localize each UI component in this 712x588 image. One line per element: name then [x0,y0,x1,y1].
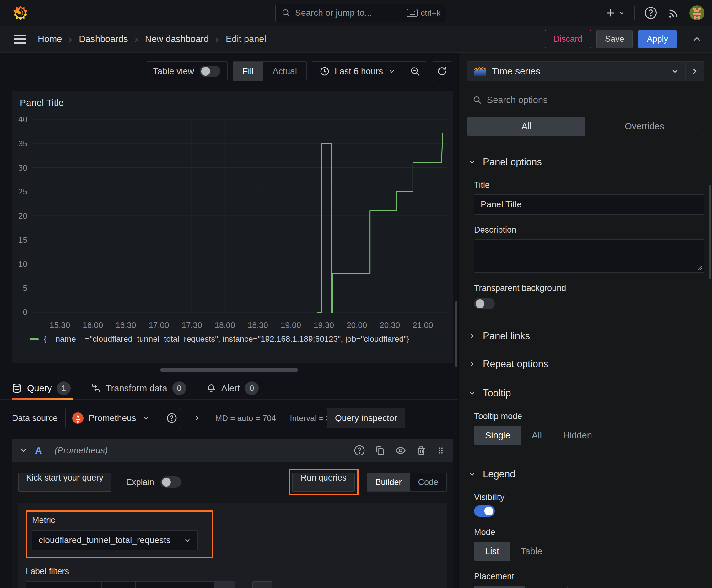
legend-mode-switch: List Table [474,542,553,561]
tab-all-options[interactable]: All [468,117,585,136]
builder-option[interactable]: Builder [367,473,410,491]
options-scrollbar[interactable] [709,185,711,279]
placement-bottom-option[interactable]: Bottom [474,586,524,588]
breadcrumb-dashboards[interactable]: Dashboards [79,34,128,44]
tab-alert[interactable]: Alert 0 [206,377,259,400]
chart-legend[interactable]: {__name__="cloudflared_tunnel_total_requ… [30,334,453,344]
panel-links-section-header[interactable]: Panel links [467,322,704,350]
help-icon[interactable] [354,445,365,456]
svg-text:25: 25 [18,187,27,196]
panel-resize-handle[interactable] [160,369,298,372]
datasource-row: Data source Prometheus MD = auto = 704 I… [12,408,458,428]
menu-toggle-button[interactable] [14,35,26,44]
refresh-button[interactable] [432,61,452,81]
duplicate-icon[interactable] [374,445,385,456]
builder-code-switch: Builder Code [367,473,447,491]
chevron-up-icon[interactable] [691,34,703,45]
help-icon [166,413,177,423]
description-textarea[interactable] [474,239,705,273]
fill-actual-switch: Fill Actual [233,61,307,81]
select-label-dropdown[interactable]: Select label [26,582,102,588]
placement-right-option[interactable]: Right [524,586,567,588]
legend-list-option[interactable]: List [474,542,510,561]
tooltip-section-header[interactable]: Tooltip [467,378,704,401]
query-count-badge: 1 [57,381,71,395]
tooltip-hidden-option[interactable]: Hidden [553,426,603,445]
repeat-options-section-header[interactable]: Repeat options [467,350,704,378]
user-avatar[interactable] [689,5,705,20]
explain-toggle[interactable] [160,477,181,488]
toggle-viz-picker-button[interactable] [686,61,704,81]
discard-button[interactable]: Discard [545,30,591,48]
grafana-logo-icon[interactable] [13,5,28,21]
timeseries-viz-icon [474,66,486,77]
tab-overrides[interactable]: Overrides [585,117,704,136]
zoom-out-button[interactable] [403,62,427,81]
hide-response-eye-icon[interactable] [395,445,407,456]
metric-select[interactable]: cloudflared_tunnel_total_requests [32,530,198,550]
svg-text:10: 10 [18,259,27,269]
transform-icon [91,383,101,393]
legend-table-option[interactable]: Table [510,542,553,561]
svg-text:40: 40 [18,114,27,124]
top-bar: Search or jump to... ctrl+k [0,0,712,26]
tooltip-all-option[interactable]: All [521,426,553,445]
news-rss-icon[interactable] [667,6,680,19]
breadcrumb-new-dashboard[interactable]: New dashboard [145,34,209,44]
panel-title-input[interactable]: Panel Title [474,194,705,214]
plus-icon [605,7,616,18]
tab-query[interactable]: Query 1 [12,377,71,400]
visualization-picker[interactable]: Time series [467,61,686,81]
time-range-picker[interactable]: Last 6 hours [312,66,403,76]
legend-swatch [30,338,39,340]
datasource-picker[interactable]: Prometheus [65,408,156,428]
table-view-toggle[interactable] [200,66,220,77]
transparent-bg-toggle[interactable] [474,298,495,309]
run-queries-button[interactable]: Run queries [292,473,355,491]
trash-icon[interactable] [416,445,427,456]
time-series-chart[interactable]: 051015202530354015:3016:0016:3017:0017:3… [12,110,453,332]
chevron-down-icon [618,9,625,16]
add-menu-button[interactable] [605,7,625,18]
add-filter-button[interactable] [253,582,273,588]
tooltip-mode-switch: Single All Hidden [474,426,603,445]
chevron-down-icon [671,67,679,76]
resize-handle-icon[interactable] [696,264,702,270]
datasource-value: Prometheus [89,413,136,423]
query-stats: MD = auto = 704 Interval = 30s [215,413,339,423]
expand-options-icon[interactable] [193,414,201,422]
global-search-input[interactable]: Search or jump to... ctrl+k [275,4,447,22]
edit-panel-main: Table view Fill Actual Last 6 hours [0,53,458,588]
apply-button[interactable]: Apply [638,30,676,48]
kick-start-button[interactable]: Kick start your query [18,473,111,491]
remove-filter-button[interactable]: × [215,582,235,588]
datasource-help-button[interactable] [163,408,181,428]
tab-transform-data[interactable]: Transform data 0 [91,377,186,400]
breadcrumb-edit-panel: Edit panel [226,34,266,44]
actual-option[interactable]: Actual [263,62,306,81]
panel-options-section-header[interactable]: Panel options [467,147,704,170]
divider [682,33,683,46]
drag-handle-icon[interactable] [436,445,446,456]
breadcrumb-home[interactable]: Home [38,34,62,44]
help-icon[interactable] [644,6,657,19]
legend-section-header[interactable]: Legend [467,459,704,482]
bell-icon [206,383,216,393]
chevron-right-icon: › [69,34,72,45]
query-inspector-button[interactable]: Query inspector [327,408,405,428]
main-scrollbar[interactable] [455,301,457,367]
fill-option[interactable]: Fill [233,62,263,81]
options-search-input[interactable]: Search options [467,91,704,109]
svg-text:20:30: 20:30 [380,320,400,330]
legend-visibility-toggle[interactable] [474,505,495,517]
editor-tabs: Query 1 Transform data 0 Alert 0 [12,377,453,400]
save-button[interactable]: Save [597,30,633,48]
description-field-label: Description [474,225,704,235]
code-option[interactable]: Code [410,473,447,491]
tooltip-single-option[interactable]: Single [474,426,521,445]
operator-dropdown[interactable]: = [102,582,136,588]
chevron-down-icon[interactable] [19,446,28,455]
table-view-control: Table view [146,61,228,81]
select-value-dropdown[interactable]: Select value [136,582,215,588]
query-row-header[interactable]: A (Prometheus) [12,439,453,462]
